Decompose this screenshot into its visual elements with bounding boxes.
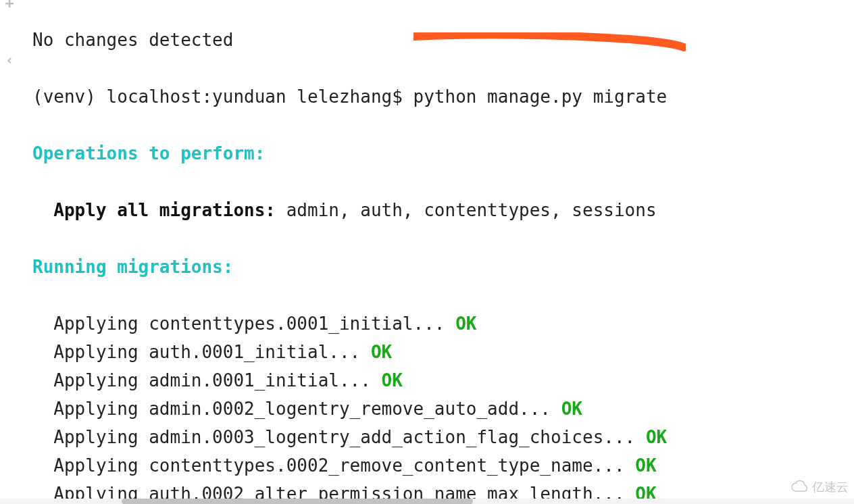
text-apply-all-targets: admin, auth, contenttypes, sessions <box>276 200 657 220</box>
horizontal-scrollbar[interactable] <box>0 499 854 504</box>
text-no-changes: No changes detected <box>32 30 233 50</box>
line-no-changes: No changes detected <box>32 26 854 54</box>
cloud-icon <box>790 480 809 494</box>
line-running-header: Running migrations: <box>32 253 854 281</box>
text-ok: OK <box>371 342 392 362</box>
line-apply-all: Apply all migrations: admin, auth, conte… <box>32 196 854 224</box>
gutter-add-icon[interactable]: + <box>0 0 19 11</box>
text-ok: OK <box>455 313 476 334</box>
text-ops-header: Operations to perform: <box>32 143 265 163</box>
text-running-header: Running migrations: <box>32 257 233 277</box>
line-migration: Applying auth.0001_initial... OK <box>32 338 854 366</box>
text-applying: Applying contenttypes.0002_remove_conten… <box>32 455 635 476</box>
text-ok: OK <box>382 370 403 390</box>
terminal-output: No changes detected (venv) localhost:yun… <box>32 0 854 504</box>
line-migration: Applying admin.0003_logentry_add_action_… <box>32 423 854 451</box>
text-ok: OK <box>561 399 582 419</box>
line-migration: Applying admin.0002_logentry_remove_auto… <box>32 395 854 423</box>
text-apply-all-label: Apply all migrations: <box>32 200 276 220</box>
gutter-collapse-icon[interactable]: ‹ <box>0 53 19 68</box>
line-migration: Applying admin.0001_initial... OK <box>32 366 854 395</box>
text-applying: Applying admin.0003_logentry_add_action_… <box>32 427 646 447</box>
line-migration: Applying contenttypes.0001_initial... OK <box>32 309 854 338</box>
text-ok: OK <box>646 427 667 447</box>
text-applying: Applying admin.0002_logentry_remove_auto… <box>32 399 561 419</box>
text-applying: Applying auth.0001_initial... <box>32 342 371 362</box>
line-ops-header: Operations to perform: <box>32 139 854 168</box>
line-prompt: (venv) localhost:yunduan lelezhang$ pyth… <box>32 82 854 111</box>
text-ok: OK <box>635 455 656 476</box>
text-prompt: (venv) localhost:yunduan lelezhang$ pyth… <box>32 86 667 107</box>
watermark: 亿速云 <box>790 473 849 501</box>
text-applying: Applying contenttypes.0001_initial... <box>32 313 455 334</box>
text-applying: Applying admin.0001_initial... <box>32 370 382 390</box>
line-migration: Applying contenttypes.0002_remove_conten… <box>32 451 854 480</box>
watermark-text: 亿速云 <box>812 473 849 501</box>
editor-gutter: + ‹ <box>0 0 19 504</box>
horizontal-scrollbar-thumb[interactable] <box>122 499 473 504</box>
